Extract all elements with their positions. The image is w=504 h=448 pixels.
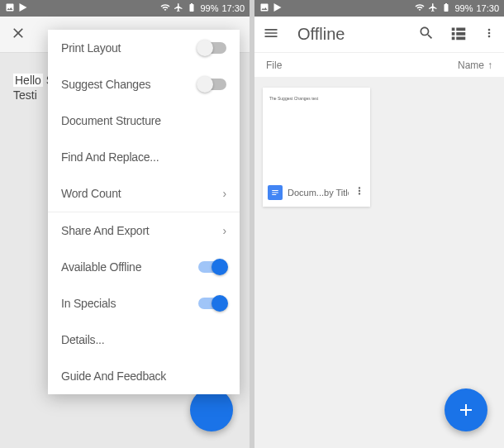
clock-time: 17:30: [476, 3, 499, 13]
toggle-suggest-changes[interactable]: [198, 79, 226, 90]
wifi-icon: [160, 2, 170, 14]
menu-details[interactable]: Details...: [48, 322, 240, 358]
right-pane: 99% 17:30 Offline File Name ↑ The Sugges…: [254, 0, 504, 448]
toggle-in-specials[interactable]: [198, 298, 226, 309]
toggle-print-layout[interactable]: [198, 42, 226, 54]
sort-label: Name: [458, 60, 484, 71]
fab-add[interactable]: [445, 388, 487, 431]
statusbar-left: 99% 17:30: [0, 0, 250, 17]
menu-suggest-changes[interactable]: Suggest Changes: [48, 66, 240, 102]
menu-print-layout[interactable]: Print Layout: [48, 30, 240, 66]
close-icon[interactable]: [10, 25, 26, 45]
left-pane: 99% 17:30 Hello Suggest Changes Testi Pr…: [0, 0, 250, 448]
document-thumbnail: The Suggest Changes test: [263, 88, 370, 179]
options-menu: Print Layout Suggest Changes Document St…: [48, 30, 240, 394]
battery-icon: [187, 2, 197, 14]
battery-percent: 99%: [200, 3, 218, 13]
document-caption: Docum...by Title: [263, 179, 370, 207]
toggle-available-offline[interactable]: [198, 261, 226, 273]
chevron-right-icon: ›: [223, 187, 226, 200]
play-icon: [18, 2, 28, 14]
menu-available-offline[interactable]: Available Offline: [48, 249, 240, 285]
plus-icon: [456, 400, 476, 420]
more-vert-icon[interactable]: [483, 26, 496, 43]
fab-left[interactable]: [190, 388, 233, 431]
image-icon: [5, 2, 15, 14]
right-subbar: File Name ↑: [254, 53, 504, 78]
menu-find-replace[interactable]: Find And Replace...: [48, 139, 240, 175]
wifi-icon: [415, 2, 425, 14]
document-card[interactable]: The Suggest Changes test Docum...by Titl…: [263, 88, 370, 207]
battery-percent: 99%: [454, 3, 473, 13]
image-icon: [259, 2, 269, 14]
airplane-icon: [428, 2, 438, 14]
sort-control[interactable]: Name ↑: [458, 60, 492, 71]
document-name: Docum...by Title: [288, 188, 349, 198]
page-title: Offline: [297, 25, 345, 44]
more-vert-icon[interactable]: [354, 185, 365, 200]
list-view-icon[interactable]: [449, 24, 468, 45]
statusbar-right: 99% 17:30: [254, 0, 504, 17]
docs-icon: [268, 185, 283, 200]
arrow-up-icon: ↑: [487, 60, 492, 71]
play-icon: [273, 2, 283, 14]
hamburger-icon[interactable]: [263, 25, 279, 45]
right-appbar: Offline: [254, 17, 504, 53]
menu-guide-feedback[interactable]: Guide And Feedback: [48, 358, 240, 394]
menu-word-count[interactable]: Word Count ›: [48, 175, 240, 212]
menu-share-export[interactable]: Share And Export ›: [48, 212, 240, 249]
subbar-file-label: File: [266, 60, 282, 71]
clock-time: 17:30: [221, 3, 245, 13]
chevron-right-icon: ›: [223, 224, 226, 237]
search-icon[interactable]: [418, 25, 435, 45]
menu-in-specials[interactable]: In Specials: [48, 285, 240, 322]
airplane-icon: [174, 2, 183, 14]
battery-icon: [441, 2, 451, 14]
menu-document-structure[interactable]: Document Structure: [48, 102, 240, 139]
